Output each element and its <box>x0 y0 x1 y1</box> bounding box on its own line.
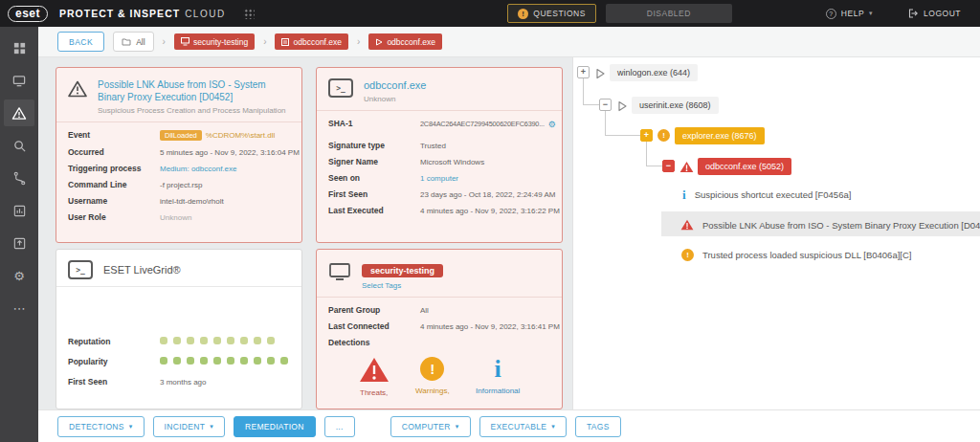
field-row-triggering-process: Triggering process Medium: odbcconf.exe <box>68 164 290 173</box>
investigations-icon <box>12 171 27 186</box>
rating-dot <box>160 357 167 365</box>
logout-label: LOGOUT <box>924 9 961 18</box>
sidebar-item-investigations[interactable] <box>4 165 34 191</box>
tree-node-odbcconf[interactable]: odbcconf.exe (5052) <box>698 158 791 175</box>
sidebar-item-detections[interactable] <box>4 99 34 126</box>
incident-button[interactable]: INCIDENT ▾ <box>153 416 225 437</box>
rating-dot <box>227 357 234 365</box>
informational-summary[interactable]: i Informational <box>476 357 520 397</box>
sidebar-item-submissions[interactable] <box>4 230 34 256</box>
breadcrumb-root-all[interactable]: All <box>113 32 153 52</box>
rating-dot <box>254 357 261 365</box>
first-seen-value: 3 months ago <box>160 378 206 387</box>
rating-dot <box>267 357 275 365</box>
expander-odbcconf[interactable]: − <box>662 160 675 172</box>
expander-explorer[interactable]: + <box>640 129 653 142</box>
rating-dot <box>173 337 181 344</box>
sidebar-item-reports[interactable] <box>4 197 34 224</box>
field-row-popularity: Popularity <box>68 357 290 366</box>
tree-event-info[interactable]: i Suspicious shortcut executed [F0456a] <box>682 185 851 204</box>
expander-winlogon[interactable]: + <box>577 66 590 78</box>
monitor-icon <box>328 262 351 281</box>
button-label: DETECTIONS <box>69 422 124 431</box>
executable-button[interactable]: EXECUTABLE ▾ <box>479 416 567 437</box>
warnings-label: Warnings, <box>415 387 450 395</box>
detection-subtitle: Suspicious Process Creation and Process … <box>98 106 290 115</box>
field-row-sha1: SHA-1 2C84AC264AEC72994500620EFC6390...⚙ <box>328 119 550 129</box>
occurred-value: 5 minutes ago - Nov 9, 2022, 3:16:04 PM <box>160 148 300 157</box>
rating-dot <box>227 337 234 344</box>
breadcrumb-process-pill[interactable]: odbcconf.exe <box>368 33 442 50</box>
computer-tag-pill[interactable]: security-testing <box>362 264 443 277</box>
chevron-right-icon: › <box>163 36 166 47</box>
sidebar-item-settings[interactable]: ⚙ <box>4 262 34 289</box>
field-label: Username <box>68 196 160 206</box>
tags-button[interactable]: TAGS <box>575 416 621 437</box>
sidebar-item-search[interactable] <box>4 132 34 159</box>
tree-event-label: Trusted process loaded suspicious DLL [B… <box>702 250 911 260</box>
field-row-last-executed: Last Executed 4 minutes ago - Nov 9, 202… <box>328 206 550 215</box>
tree-node-explorer[interactable]: explorer.exe (8676) <box>675 127 765 144</box>
caret-down-icon: ▾ <box>210 423 213 431</box>
more-actions-button[interactable]: ... <box>324 416 355 437</box>
tree-node-userinit[interactable]: userinit.exe (8608) <box>632 97 719 114</box>
warning-circle-icon: ! <box>518 9 528 19</box>
breadcrumb-executable-pill[interactable]: odbcconf.exe <box>275 33 348 50</box>
folder-icon <box>122 37 131 46</box>
breadcrumb-computer-pill[interactable]: security-testing <box>174 33 255 50</box>
field-row-reputation: Reputation <box>68 337 290 346</box>
sidebar-item-more[interactable]: ⋯ <box>4 295 34 321</box>
parent-group-value: All <box>420 306 429 315</box>
questions-button[interactable]: ! QUESTIONS <box>507 4 596 23</box>
triggering-process-link[interactable]: Medium: odbcconf.exe <box>160 165 237 173</box>
app-grid-icon[interactable] <box>243 8 255 19</box>
expander-userinit[interactable]: − <box>599 99 612 111</box>
tree-event-warning[interactable]: ! Trusted process loaded suspicious DLL … <box>681 245 911 264</box>
hash-lookup-icon[interactable]: ⚙ <box>548 120 556 129</box>
terminal-icon: >_ <box>68 260 93 279</box>
warning-circle-icon: ! <box>420 357 444 381</box>
computer-button[interactable]: COMPUTER ▾ <box>390 416 471 437</box>
button-label: REMEDIATION <box>245 422 304 431</box>
help-icon: ? <box>826 9 836 19</box>
back-button[interactable]: BACK <box>57 32 104 52</box>
username-value: intel-tdt-demo\rholt <box>160 197 224 206</box>
disabled-button[interactable]: DISABLED <box>606 4 732 23</box>
field-row-last-connected: Last Connected 4 minutes ago - Nov 9, 20… <box>328 321 550 331</box>
tree-connector <box>605 111 640 136</box>
rating-dot <box>187 337 194 344</box>
last-executed-value: 4 minutes ago - Nov 9, 2022, 3:16:22 PM <box>420 207 560 215</box>
chevron-right-icon: › <box>263 36 266 47</box>
executable-icon <box>281 38 289 46</box>
seen-on-link[interactable]: 1 computer <box>420 174 458 183</box>
detections-button[interactable]: DETECTIONS ▾ <box>57 416 145 437</box>
tree-node-winlogon[interactable]: winlogon.exe (644) <box>610 64 698 81</box>
help-button[interactable]: ? HELP ▾ <box>816 4 882 23</box>
logout-button[interactable]: LOGOUT <box>898 4 970 23</box>
button-label: EXECUTABLE <box>491 422 547 431</box>
threats-summary[interactable]: Threats, <box>359 357 390 397</box>
threat-triangle-icon <box>679 161 694 173</box>
computers-icon <box>11 74 27 88</box>
reports-icon <box>12 204 27 218</box>
tree-event-threat[interactable]: Possible LNK Abuse from ISO - System Bin… <box>680 215 980 234</box>
warning-circle-icon: ! <box>657 129 670 142</box>
dashboard-icon <box>12 41 27 55</box>
executable-title-link[interactable]: odbcconf.exe <box>364 78 426 92</box>
remediation-button[interactable]: REMEDIATION <box>234 416 316 437</box>
eset-logo: eset <box>8 6 48 22</box>
help-label: HELP <box>841 9 864 18</box>
chevron-right-icon: › <box>357 36 360 47</box>
questions-label: QUESTIONS <box>533 9 586 18</box>
sidebar-item-computers[interactable] <box>4 67 34 94</box>
sidebar-item-dashboard[interactable] <box>4 34 34 61</box>
terminal-icon: >_ <box>328 78 353 98</box>
detection-title-link[interactable]: Possible LNK Abuse from ISO - System Bin… <box>98 78 290 103</box>
rating-dot <box>200 357 208 365</box>
field-row-signature-type: Signature type Trusted <box>328 141 550 150</box>
field-label: Signature type <box>328 141 420 150</box>
button-label: TAGS <box>587 422 610 431</box>
warnings-summary[interactable]: ! Warnings, <box>415 357 450 397</box>
select-tags-link[interactable]: Select Tags <box>362 281 443 290</box>
field-label: Reputation <box>68 337 160 346</box>
